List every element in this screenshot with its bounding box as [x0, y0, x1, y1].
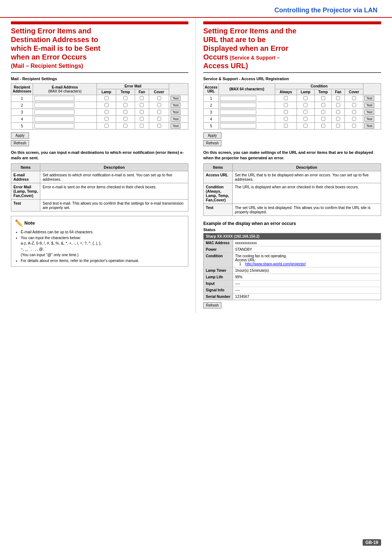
- url-input-5[interactable]: [220, 123, 256, 128]
- fan-r-cb-2[interactable]: [336, 103, 340, 107]
- always-cb-5[interactable]: [284, 124, 288, 128]
- fan-r-cb-3[interactable]: [336, 110, 340, 114]
- always-cb-3[interactable]: [284, 110, 288, 114]
- temp-cb-4[interactable]: [123, 117, 127, 121]
- always-cb-4[interactable]: [284, 117, 288, 121]
- desc-col2-header: Description: [40, 163, 188, 171]
- cover-cb-3[interactable]: [157, 110, 161, 114]
- temp-r-cb-3[interactable]: [321, 110, 325, 114]
- desc-col1-header: Items: [11, 163, 40, 171]
- email-input-2[interactable]: [34, 103, 74, 108]
- always-cb-2[interactable]: [284, 103, 288, 107]
- access-url-link[interactable]: http://www.sharp-world.com/projector/: [245, 262, 306, 266]
- th-test-header-r: [363, 83, 381, 95]
- lamp-cb-4[interactable]: [105, 117, 109, 121]
- test-r-btn-5[interactable]: Test: [364, 123, 374, 128]
- list-item: Condition The cooling fan is not operati…: [204, 253, 381, 267]
- fan-cb-3[interactable]: [140, 110, 144, 114]
- fan-cb-1[interactable]: [140, 96, 144, 100]
- fan-cb-5[interactable]: [140, 124, 144, 128]
- status-power-label: Power: [204, 246, 233, 253]
- status-refresh-button[interactable]: Refresh: [203, 302, 221, 308]
- th-access-url: AccessURL: [204, 83, 219, 95]
- email-input-3[interactable]: [34, 110, 74, 115]
- lamp-r-cb-3[interactable]: [303, 110, 307, 114]
- example-section: Example of the display when an error occ…: [203, 221, 381, 308]
- test-btn-3[interactable]: Test: [171, 110, 180, 115]
- lamp-r-cb-5[interactable]: [303, 124, 307, 128]
- test-btn-4[interactable]: Test: [171, 116, 180, 122]
- test-r-btn-3[interactable]: Test: [364, 110, 374, 115]
- url-input-2[interactable]: [220, 103, 256, 108]
- table-row: 1 Test: [204, 95, 381, 102]
- test-r-btn-4[interactable]: Test: [364, 116, 374, 122]
- refresh-button[interactable]: Refresh: [11, 140, 29, 146]
- test-r-btn-1[interactable]: Test: [364, 96, 374, 101]
- test-btn-2[interactable]: Test: [171, 103, 180, 108]
- table-row: 1 Test: [11, 95, 188, 102]
- th-temp: Temp: [116, 89, 135, 95]
- temp-cb-2[interactable]: [123, 103, 127, 107]
- status-condition-label: Condition: [204, 253, 233, 267]
- lamp-r-cb-2[interactable]: [303, 103, 307, 107]
- fan-r-cb-5[interactable]: [336, 124, 340, 128]
- cover-r-cb-5[interactable]: [352, 124, 356, 128]
- test-btn-5[interactable]: Test: [171, 123, 180, 128]
- url-input-4[interactable]: [220, 116, 256, 122]
- status-device-row: Sharp XX-XXXX (192.168.150.2): [204, 233, 381, 239]
- email-input-5[interactable]: [34, 123, 74, 128]
- note-header: ✏️ Note: [15, 219, 184, 227]
- lamp-cb-5[interactable]: [105, 124, 109, 128]
- list-item: Condition(Always,Lamp, Temp,Fan,Cover) T…: [204, 183, 381, 204]
- lamp-r-cb-1[interactable]: [303, 96, 307, 100]
- email-input-1[interactable]: [34, 96, 74, 101]
- list-item: Error Mail(Lamp, Temp,Fan,Cover) Error e…: [11, 183, 188, 199]
- temp-r-cb-2[interactable]: [321, 103, 325, 107]
- url-input-1[interactable]: [220, 96, 256, 101]
- apply-button[interactable]: Apply: [11, 132, 29, 139]
- cover-r-cb-1[interactable]: [352, 96, 356, 100]
- fan-r-cb-1[interactable]: [336, 96, 340, 100]
- status-lamp-timer-value: 1hour(s) 15minute(s): [233, 267, 381, 274]
- list-item: Signal Info ----: [204, 287, 381, 293]
- cover-cb-1[interactable]: [157, 96, 161, 100]
- temp-cb-3[interactable]: [123, 110, 127, 114]
- test-r-btn-2[interactable]: Test: [364, 103, 374, 108]
- fan-cb-4[interactable]: [140, 117, 144, 121]
- temp-r-cb-1[interactable]: [321, 96, 325, 100]
- table-row: 5 Test: [204, 123, 381, 130]
- fan-cb-2[interactable]: [140, 103, 144, 107]
- cover-r-cb-2[interactable]: [352, 103, 356, 107]
- cover-r-cb-3[interactable]: [352, 110, 356, 114]
- always-cb-1[interactable]: [284, 96, 288, 100]
- test-btn-1[interactable]: Test: [171, 96, 180, 101]
- lamp-cb-1[interactable]: [105, 96, 109, 100]
- status-table: Sharp XX-XXXX (192.168.150.2) MAC Addres…: [203, 233, 381, 300]
- lamp-cb-3[interactable]: [105, 110, 109, 114]
- right-apply-button[interactable]: Apply: [203, 132, 221, 139]
- fan-r-cb-4[interactable]: [336, 117, 340, 121]
- right-divider: [203, 72, 381, 73]
- temp-cb-5[interactable]: [123, 124, 127, 128]
- lamp-cb-2[interactable]: [105, 103, 109, 107]
- cover-r-cb-4[interactable]: [352, 117, 356, 121]
- temp-cb-1[interactable]: [123, 96, 127, 100]
- list-item: Serial Number 1234567: [204, 293, 381, 300]
- temp-r-cb-4[interactable]: [321, 117, 325, 121]
- th-fan-r: Fan: [332, 89, 345, 95]
- temp-r-cb-5[interactable]: [321, 124, 325, 128]
- th-test-header: [169, 83, 188, 95]
- list-item: E-mailAddress Set addresses to which err…: [11, 171, 188, 183]
- note-box: ✏️ Note E-mail Address can be up to 64 c…: [11, 216, 188, 267]
- cover-cb-4[interactable]: [157, 117, 161, 121]
- cover-cb-5[interactable]: [157, 124, 161, 128]
- lamp-r-cb-4[interactable]: [303, 117, 307, 121]
- status-lamp-life-label: Lamp Life: [204, 274, 233, 280]
- url-input-3[interactable]: [220, 110, 256, 115]
- list-item: Lamp Timer 1hour(s) 15minute(s): [204, 267, 381, 274]
- list-item: Access URL Set the URL that is to be dis…: [204, 171, 381, 183]
- cover-cb-2[interactable]: [157, 103, 161, 107]
- right-refresh-button[interactable]: Refresh: [203, 140, 221, 146]
- email-input-4[interactable]: [34, 116, 74, 122]
- mail-form-table: RecipientAddresses E-mail Address(MAX 64…: [11, 83, 188, 130]
